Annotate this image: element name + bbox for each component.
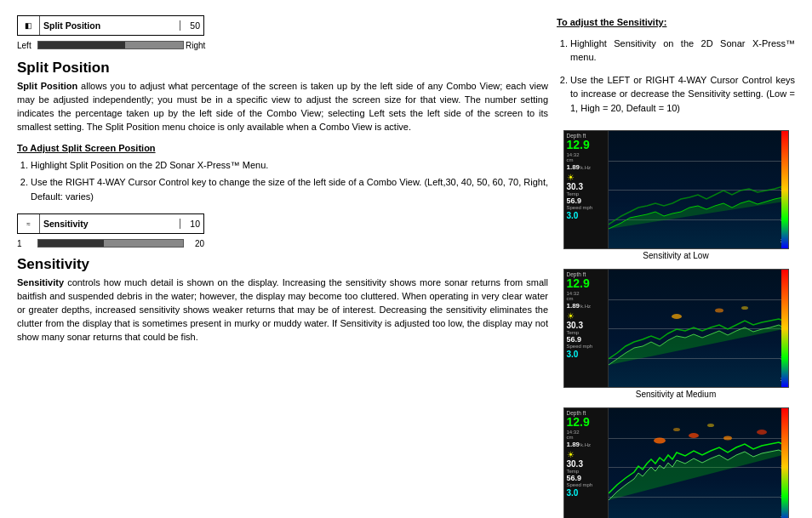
- sensitivity-info-box: To adjust the Sensitivity: Highlight Sen…: [557, 15, 795, 123]
- split-slider-fill: [38, 42, 125, 48]
- split-position-title: Split Position: [17, 60, 548, 77]
- color-scale-medium: [781, 270, 788, 387]
- sensitivity-bold: Sensitivity: [17, 277, 64, 287]
- sonar-main-medium: 5 10 15 20: [609, 270, 788, 387]
- svg-point-3: [654, 438, 666, 444]
- sonar-left-high: Depth ft 12.9 14:32 cm 1.89 k.Hz ☀ 30.3 …: [564, 408, 609, 518]
- split-slider-row: Left Right: [17, 37, 204, 53]
- slider-left-label: Left: [17, 41, 36, 50]
- svg-point-5: [723, 436, 732, 441]
- sonar-wave-medium: [609, 270, 788, 387]
- svg-point-0: [672, 314, 682, 319]
- sonar-wave-low: [609, 131, 788, 248]
- sonar-caption-medium: Sensitivity at Medium: [636, 390, 716, 399]
- sens-max-label: 20: [186, 239, 204, 248]
- split-position-widget[interactable]: ◧ Split Position 50: [17, 15, 204, 36]
- sonar-caption-low: Sensitivity at Low: [643, 251, 708, 260]
- left-column: ◧ Split Position 50 Left Right Split Pos…: [17, 15, 548, 518]
- sensitivity-section: ≈ Sensitivity 10 1 20 Sensitivity Sensit…: [17, 213, 548, 344]
- sensitivity-slider-fill: [38, 240, 104, 247]
- sensitivity-title: Sensitivity: [17, 256, 548, 273]
- sonar-image-low: Depth ft 12.9 14:32 cm 1.89 k.Hz ☀ 30.3 …: [563, 130, 789, 249]
- split-body-bold: Split Position: [17, 81, 77, 91]
- sensitivity-text: controls how much detail is shown on the…: [17, 277, 548, 342]
- sensitivity-slider-row: 1 20: [17, 236, 204, 251]
- split-steps: Highlight Split Position on the 2D Sonar…: [31, 158, 548, 208]
- svg-point-8: [707, 424, 714, 427]
- page: ◧ Split Position 50 Left Right Split Pos…: [0, 0, 812, 518]
- sonar-image-high: Depth ft 12.9 14:32 cm 1.89 k.Hz ☀ 30.3 …: [563, 407, 789, 518]
- split-position-body: Split Position allows you to adjust what…: [17, 80, 548, 134]
- sensitivity-info-title: To adjust the Sensitivity:: [557, 15, 795, 30]
- sonar-panel-low: Depth ft 12.9 14:32 cm 1.89 k.Hz ☀ 30.3 …: [563, 130, 789, 262]
- adjust-split-title: To Adjust Split Screen Position: [17, 143, 548, 153]
- color-scale-high: [781, 408, 788, 518]
- sensitivity-slider-track[interactable]: [37, 239, 184, 248]
- sensitivity-body: Sensitivity controls how much detail is …: [17, 276, 548, 344]
- sens-min-label: 1: [17, 239, 36, 248]
- svg-point-6: [757, 430, 767, 435]
- sonar-left-low: Depth ft 12.9 14:32 cm 1.89 k.Hz ☀ 30.3 …: [564, 131, 609, 248]
- sensitivity-info-step2: Use the LEFT or RIGHT 4-WAY Cursor Contr…: [570, 73, 795, 116]
- split-step-2: Use the RIGHT 4-WAY Cursor Control key t…: [31, 175, 548, 203]
- sonar-left-medium: Depth ft 12.9 14:32 cm 1.89 k.Hz ☀ 30.3 …: [564, 270, 609, 387]
- sonar-panel-high: Depth ft 12.9 14:32 cm 1.89 k.Hz ☀ 30.3 …: [563, 407, 789, 518]
- svg-point-7: [673, 428, 680, 431]
- svg-point-4: [689, 433, 699, 438]
- split-body-text: allows you to adjust what percentage of …: [17, 81, 548, 132]
- sensitivity-widget-label: Sensitivity: [40, 219, 180, 229]
- split-widget-label: Split Position: [40, 20, 180, 31]
- sensitivity-info-steps: Highlight Sensitivity on the 2D Sonar X-…: [570, 37, 795, 116]
- sonar-main-low: 5 10 15 20: [609, 131, 788, 248]
- svg-point-2: [741, 306, 748, 310]
- split-widget-value: 50: [180, 20, 203, 31]
- svg-point-1: [715, 309, 723, 313]
- right-column: To adjust the Sensitivity: Highlight Sen…: [557, 15, 795, 518]
- sonar-panel-medium: Depth ft 12.9 14:32 cm 1.89 k.Hz ☀ 30.3 …: [563, 269, 789, 401]
- content-area: ◧ Split Position 50 Left Right Split Pos…: [17, 15, 795, 518]
- sensitivity-icon: ≈: [18, 214, 40, 233]
- sensitivity-widget-value: 10: [180, 219, 203, 229]
- sensitivity-widget[interactable]: ≈ Sensitivity 10: [17, 213, 204, 234]
- sonar-image-medium: Depth ft 12.9 14:32 cm 1.89 k.Hz ☀ 30.3 …: [563, 269, 789, 388]
- split-icon: ◧: [18, 16, 40, 35]
- sonar-wave-high: [609, 408, 788, 518]
- slider-right-label: Right: [186, 41, 204, 50]
- color-scale-low: [781, 131, 788, 248]
- sonar-main-high: 5 10 15 20: [609, 408, 788, 518]
- sensitivity-info-step1: Highlight Sensitivity on the 2D Sonar X-…: [570, 37, 795, 65]
- split-slider-track[interactable]: [37, 41, 184, 49]
- split-step-1: Highlight Split Position on the 2D Sonar…: [31, 158, 548, 173]
